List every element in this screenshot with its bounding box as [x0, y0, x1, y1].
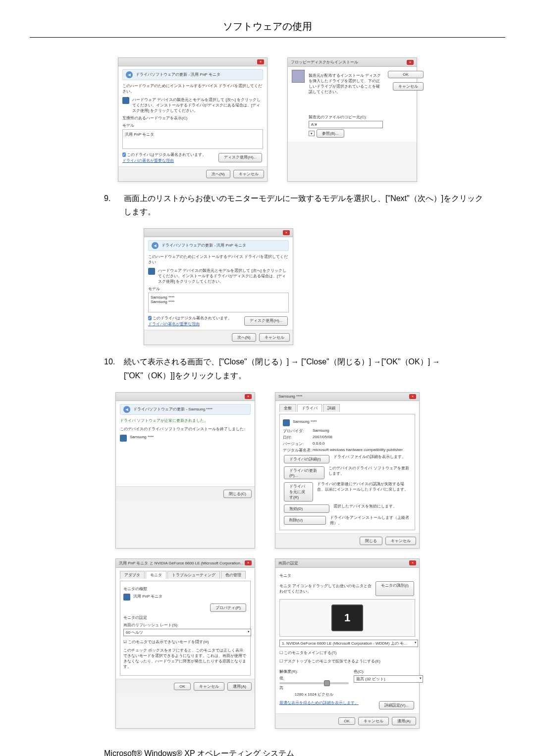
- close-icon[interactable]: ×: [409, 560, 416, 565]
- driver-details-button[interactable]: ドライバの詳細(I): [284, 455, 329, 463]
- back-icon[interactable]: ◄: [123, 406, 130, 413]
- signed-msg: このドライバはデジタル署名されています。: [127, 152, 206, 157]
- disable-button[interactable]: 無効(D): [284, 504, 329, 513]
- main-monitor-check[interactable]: ☐ このモニタをメインにする(T): [279, 650, 415, 655]
- cancel-button[interactable]: キャンセル: [233, 170, 264, 178]
- close-icon[interactable]: ×: [245, 394, 252, 399]
- device-row: Samsung ****: [283, 419, 412, 426]
- refresh-rate-dropdown[interactable]: 60 ヘルツ: [123, 629, 251, 636]
- have-disk-button[interactable]: ディスク使用(H)...: [218, 153, 262, 162]
- list-item[interactable]: Samsung ****: [151, 300, 286, 304]
- close-icon[interactable]: ×: [257, 59, 264, 64]
- close-icon[interactable]: ×: [407, 60, 414, 65]
- apply-button[interactable]: 適用(A): [227, 682, 252, 691]
- extend-desktop-check[interactable]: ☐ デスクトップをこのモニタで拡張できるようにする(E): [279, 658, 415, 664]
- back-icon[interactable]: ◄: [152, 242, 159, 249]
- tab-troubleshoot[interactable]: トラブルシューティング: [167, 571, 220, 579]
- hide-modes-check[interactable]: ☑ このモニタでは表示できないモードを隠す(H): [123, 639, 247, 645]
- content-col: 製造元が配布するインストール ディスクを挿入したドライブを選択して、下の正しいド…: [309, 70, 383, 139]
- device-name: Samsung ****: [293, 419, 317, 424]
- refresh-label: 画面のリフレッシュ レート(S):: [123, 622, 247, 628]
- screenshot-row-2: . × ◄ ドライバソフトウェアの更新 - 汎用 PnP モニタ このハードウェ…: [144, 228, 505, 345]
- tab-adapter[interactable]: アダプタ: [120, 571, 145, 579]
- tab-details[interactable]: 詳細: [323, 404, 340, 412]
- monitor-select-dropdown[interactable]: 1. NVIDIA GeForce 6600 LE (Microsoft Cor…: [279, 640, 418, 647]
- ok-button[interactable]: OK: [388, 71, 424, 78]
- close-button[interactable]: 閉じる: [360, 537, 382, 545]
- window-title: Samsung ****: [278, 394, 302, 399]
- button-row: 閉じる(C): [116, 486, 255, 501]
- signed-link[interactable]: ドライバの署名が重要な理由: [148, 322, 200, 326]
- close-button[interactable]: 閉じる(C): [223, 490, 252, 498]
- ok-button[interactable]: OK: [338, 717, 355, 725]
- tabs: アダプタ モニタ トラブルシューティング 色の管理: [120, 571, 251, 579]
- subtitle-text: ドライバソフトウェアの更新 - Samsung ****: [133, 407, 213, 411]
- model-listbox[interactable]: Samsung **** Samsung ****: [148, 293, 289, 312]
- signed-link[interactable]: ドライバの署名が重要な理由: [122, 158, 174, 163]
- list-item[interactable]: Samsung ****: [151, 295, 286, 300]
- cancel-button[interactable]: キャンセル: [358, 717, 389, 725]
- monitor-icon: [123, 594, 130, 601]
- desc: このデバイスのドライバ ソフトウェアを更新します。: [328, 465, 412, 480]
- model-listbox[interactable]: 汎用 PnP モニタ: [122, 129, 263, 149]
- cancel-button[interactable]: キャンセル: [393, 82, 424, 91]
- floppy-icon: [292, 70, 305, 83]
- apply-button[interactable]: 適用(A): [392, 717, 416, 725]
- color-depth-dropdown[interactable]: 最高 (32 ビット): [354, 675, 423, 683]
- how-to-link[interactable]: 最適な表示を得るための詳細を表示します。: [279, 700, 359, 710]
- screenshot-row-1: . × ◄ ドライバソフトウェアの更新 - 汎用 PnP モニタ このハードウェ…: [30, 57, 505, 182]
- btn-row-rollback: ドライバを元に戻す(R) ドライバの更新後にデバイスの認識が失敗する場合、以前に…: [283, 481, 412, 503]
- window-title: 汎用 PnP モニタ と NVIDIA GeForce 6600 LE (Mic…: [119, 560, 244, 566]
- monitor-icon: [120, 435, 127, 442]
- have-disk-button[interactable]: ディスク使用(H)...: [244, 316, 288, 326]
- rollback-driver-button[interactable]: ドライバを元に戻す(R): [284, 482, 313, 502]
- browse-button[interactable]: 参照(B)...: [317, 129, 344, 138]
- next-button[interactable]: 次へ(N): [206, 170, 230, 178]
- update-driver-button[interactable]: ドライバの更新(P)...: [284, 466, 324, 479]
- path-input[interactable]: A:¥: [309, 121, 383, 128]
- btn-row-update: ドライバの更新(P)... このデバイスのドライバ ソフトウェアを更新します。: [283, 465, 412, 480]
- tab-driver[interactable]: ドライバ: [297, 404, 322, 412]
- cancel-button[interactable]: キャンセル: [259, 333, 290, 342]
- tab-body: Samsung **** プロバイダ: Samsung 日付: 2007/05/…: [279, 414, 415, 530]
- instruction-text: このハードウェアのためにインストールするデバイス ドライバを選択してください。: [122, 83, 263, 94]
- list-item[interactable]: 汎用 PnP モニタ: [125, 132, 261, 137]
- tab-monitor[interactable]: モニタ: [146, 571, 166, 579]
- titlebar: 画面の設定 ×: [275, 559, 419, 568]
- close-icon[interactable]: ×: [283, 230, 290, 235]
- titlebar: 汎用 PnP モニタ と NVIDIA GeForce 6600 LE (Mic…: [116, 559, 255, 568]
- dialog-device-properties: Samsung **** × 全般 ドライバ 詳細 Samsung **** プ…: [275, 392, 420, 549]
- window-title: フロッピーディスクからインストール: [291, 59, 358, 65]
- tab-general[interactable]: 全般: [279, 404, 296, 412]
- desc: ドライバ ファイルの詳細を表示します。: [333, 454, 406, 464]
- label: プロバイダ:: [283, 428, 313, 434]
- field-version: バージョン: 0.0.0.0: [283, 441, 412, 447]
- tab-color-mgmt[interactable]: 色の管理: [221, 571, 246, 579]
- monitor-preview-icon[interactable]: 1: [331, 605, 363, 631]
- advanced-settings-button[interactable]: 詳細設定(V)...: [379, 701, 414, 709]
- value: Samsung: [313, 428, 329, 434]
- identify-monitors-button[interactable]: モニタの識別(I): [375, 581, 414, 596]
- button-row: OK キャンセル 適用(A): [275, 713, 419, 728]
- hint-text: ハードウェア デバイスの製造元とモデルを選択して [次へ] をクリックしてくださ…: [132, 97, 263, 113]
- drag-instruction: モニタ アイコンをドラッグしてお使いのモニタと合わせてください。: [279, 583, 374, 594]
- properties-button[interactable]: プロパティ(P): [210, 604, 246, 612]
- uninstall-button[interactable]: 削除(U): [284, 516, 326, 525]
- resolution-slider[interactable]: [279, 682, 349, 684]
- dialog-driver-select-2: . × ◄ ドライバソフトウェアの更新 - 汎用 PnP モニタ このハードウェ…: [144, 228, 293, 345]
- dialog-body: アダプタ モニタ トラブルシューティング 色の管理 モニタの種類 汎用 PnP …: [116, 568, 255, 679]
- cancel-button[interactable]: キャンセル: [385, 537, 416, 545]
- dropdown-arrow-icon[interactable]: ▾: [309, 131, 315, 136]
- cancel-button[interactable]: キャンセル: [194, 682, 224, 691]
- compat-checkbox-label[interactable]: 互換性のあるハードウェアを表示(C): [122, 115, 263, 121]
- close-icon[interactable]: ×: [245, 560, 252, 565]
- titlebar: フロッピーディスクからインストール ×: [288, 58, 417, 67]
- next-button[interactable]: 次へ(N): [232, 333, 256, 342]
- device-name: Samsung ****: [130, 435, 154, 439]
- close-icon[interactable]: ×: [409, 394, 416, 399]
- ok-button[interactable]: OK: [174, 683, 191, 690]
- button-row: 閉じる キャンセル: [275, 533, 419, 548]
- monitor-header: モニタ: [279, 573, 415, 578]
- back-icon[interactable]: ◄: [126, 71, 133, 78]
- signed-info: ✓ このドライバはデジタル署名されています。 ドライバの署名が重要な理由: [122, 152, 206, 163]
